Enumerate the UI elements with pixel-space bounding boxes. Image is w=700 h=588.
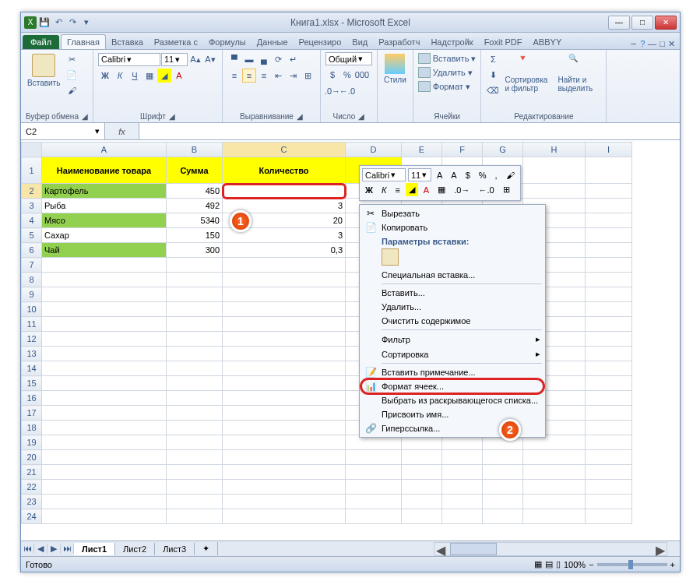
row-header-17[interactable]: 17	[22, 406, 42, 421]
format-cells-button[interactable]: Формат ▾	[418, 80, 470, 93]
cell-C11[interactable]	[223, 317, 346, 332]
cell-G24[interactable]	[483, 509, 523, 524]
cell-I6[interactable]	[586, 243, 632, 258]
cell-A11[interactable]	[42, 317, 167, 332]
cell-I17[interactable]	[586, 406, 632, 421]
row-header-7[interactable]: 7	[22, 258, 42, 273]
cell-A15[interactable]	[42, 376, 167, 391]
cell-B17[interactable]	[167, 406, 223, 421]
cell-I20[interactable]	[586, 450, 632, 465]
autosum-icon[interactable]: Σ	[486, 52, 500, 66]
row-header-21[interactable]: 21	[22, 465, 42, 480]
qat-dropdown-icon[interactable]: ▾	[80, 16, 93, 29]
cell-H1[interactable]	[523, 157, 586, 184]
cell-D21[interactable]	[346, 465, 402, 480]
delete-cells-button[interactable]: Удалить ▾	[418, 66, 473, 79]
cell-B12[interactable]	[167, 332, 223, 347]
mini-grow-font-icon[interactable]: A	[434, 169, 445, 181]
comma-icon[interactable]: 000	[355, 68, 369, 82]
percent-icon[interactable]: %	[340, 68, 354, 82]
row-header-22[interactable]: 22	[22, 480, 42, 495]
wb-close-icon[interactable]: ✕	[668, 39, 675, 49]
mini-percent-icon[interactable]: %	[476, 169, 490, 181]
row-header-23[interactable]: 23	[22, 495, 42, 509]
ctx-filter[interactable]: Фильтр▸	[361, 332, 543, 347]
align-middle-icon[interactable]: ▬	[242, 52, 256, 66]
decrease-indent-icon[interactable]: ⇤	[272, 69, 286, 83]
new-sheet-button[interactable]: ✦	[195, 542, 218, 555]
mini-currency-icon[interactable]: $	[463, 169, 473, 181]
cell-F24[interactable]	[442, 509, 483, 524]
sheet-tab-2[interactable]: Лист2	[115, 543, 155, 555]
cell-C13[interactable]	[223, 347, 346, 361]
cell-I4[interactable]	[586, 213, 632, 228]
mini-bold-icon[interactable]: Ж	[362, 184, 376, 196]
mini-comma-icon[interactable]: ,	[492, 169, 501, 181]
col-header-I[interactable]: I	[586, 143, 632, 157]
increase-indent-icon[interactable]: ⇥	[287, 69, 301, 83]
ctx-insert[interactable]: Вставить...	[361, 286, 543, 300]
cell-B11[interactable]	[167, 317, 223, 332]
cell-C9[interactable]	[223, 287, 346, 302]
cell-A21[interactable]	[42, 465, 167, 480]
ctx-dropdown[interactable]: Выбрать из раскрывающегося списка...	[361, 393, 543, 407]
cell-B4[interactable]: 5340	[167, 213, 223, 228]
tab-dev[interactable]: Разработч	[373, 35, 425, 49]
cell-A14[interactable]	[42, 361, 167, 376]
ctx-clear[interactable]: Очистить содержимое	[361, 314, 543, 328]
name-box[interactable]: C2▾	[21, 123, 105, 139]
cell-B10[interactable]	[167, 302, 223, 317]
row-header-4[interactable]: 4	[22, 213, 42, 228]
row-header-20[interactable]: 20	[22, 450, 42, 465]
wb-min-icon[interactable]: —	[648, 39, 656, 49]
cut-icon[interactable]: ✂	[65, 52, 79, 66]
clear-icon[interactable]: ⌫	[486, 83, 500, 97]
mini-shrink-font-icon[interactable]: A	[448, 169, 459, 181]
row-header-15[interactable]: 15	[22, 376, 42, 391]
cell-I9[interactable]	[586, 287, 632, 302]
wb-restore-icon[interactable]: □	[660, 39, 665, 49]
mini-italic-icon[interactable]: К	[378, 184, 389, 196]
align-bottom-icon[interactable]: ▄	[257, 52, 271, 66]
bold-icon[interactable]: Ж	[98, 69, 112, 83]
cell-H21[interactable]	[523, 465, 586, 480]
align-left-icon[interactable]: ≡	[227, 69, 241, 83]
undo-icon[interactable]: ↶	[52, 16, 65, 29]
cell-A17[interactable]	[42, 406, 167, 421]
border-icon[interactable]: ▦	[142, 69, 157, 83]
tab-foxit[interactable]: Foxit PDF	[479, 35, 528, 49]
underline-icon[interactable]: Ч	[128, 69, 142, 83]
sheet-nav[interactable]: ⏮◀▶⏭	[21, 544, 74, 554]
cell-G20[interactable]	[483, 450, 523, 465]
paste-button[interactable]: Вставить	[26, 52, 62, 89]
find-select-button[interactable]: 🔍 Найти и выделить	[556, 52, 601, 94]
col-header-A[interactable]: A	[42, 143, 167, 157]
col-header-G[interactable]: G	[483, 143, 523, 157]
currency-icon[interactable]: $	[325, 68, 339, 82]
cell-A2[interactable]: Картофель	[42, 184, 167, 199]
cell-H24[interactable]	[523, 509, 586, 524]
cell-I24[interactable]	[586, 509, 632, 524]
cell-B2[interactable]: 450	[167, 184, 223, 199]
cell-B9[interactable]	[167, 287, 223, 302]
cell-F20[interactable]	[442, 450, 483, 465]
help-icon[interactable]: ?	[640, 39, 645, 49]
cell-H2[interactable]	[523, 184, 586, 199]
row-header-12[interactable]: 12	[22, 332, 42, 347]
cell-B20[interactable]	[167, 450, 223, 465]
ctx-copy[interactable]: 📄Копировать	[361, 220, 543, 234]
cell-B24[interactable]	[167, 509, 223, 524]
cell-I18[interactable]	[586, 421, 632, 435]
col-header-F[interactable]: F	[442, 143, 483, 157]
ctx-paste-special[interactable]: Специальная вставка...	[361, 268, 543, 282]
cell-B15[interactable]	[167, 376, 223, 391]
cell-C22[interactable]	[223, 480, 346, 495]
cell-D20[interactable]	[346, 450, 402, 465]
cell-I16[interactable]	[586, 391, 632, 406]
dialog-launcher-icon[interactable]: ◢	[82, 112, 88, 121]
row-header-19[interactable]: 19	[22, 435, 42, 450]
mini-align-icon[interactable]: ≡	[392, 184, 403, 196]
cell-D22[interactable]	[346, 480, 402, 495]
mini-merge-icon[interactable]: ⊞	[500, 183, 513, 196]
col-header-C[interactable]: C	[223, 143, 346, 157]
